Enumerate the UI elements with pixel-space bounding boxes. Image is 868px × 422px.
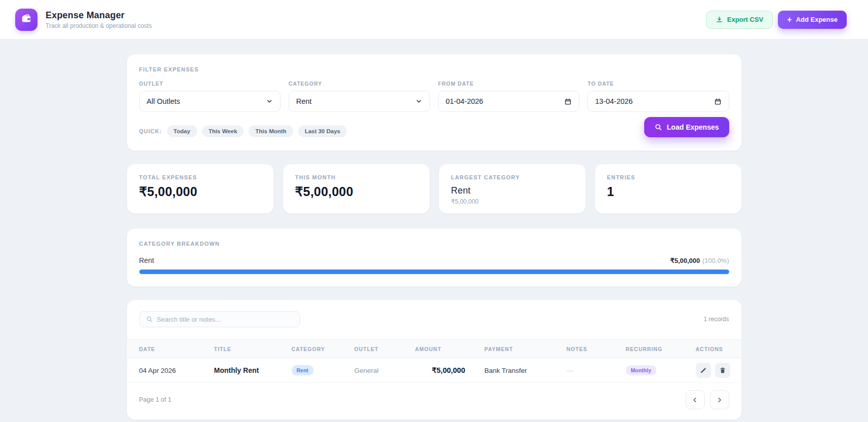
category-value: Rent: [296, 97, 312, 105]
previous-page-button[interactable]: [686, 390, 705, 409]
quick-chip-this-month[interactable]: This Month: [249, 125, 293, 137]
table-footer: Page 1 of 1: [127, 383, 741, 419]
expenses-table: Date Title Category Outlet Amount Paymen…: [127, 339, 741, 383]
cell-amount: ₹5,00,000: [415, 366, 485, 374]
chevron-down-icon: [266, 98, 273, 105]
quick-chip-today[interactable]: Today: [167, 125, 197, 137]
breakdown-row: Rent ₹5,00,000 (100.0%): [139, 256, 729, 265]
outlet-select[interactable]: All Outlets: [139, 91, 281, 112]
to-date-field: To Date 13-04-2026: [587, 81, 729, 112]
search-input[interactable]: [157, 316, 294, 323]
stat-label: Total Expenses: [139, 174, 261, 180]
category-label: Category: [289, 81, 430, 87]
breakdown-amount: ₹5,00,000: [670, 257, 700, 264]
page-title: Expense Manager: [46, 10, 152, 21]
outlet-value: All Outlets: [147, 97, 180, 105]
delete-button[interactable]: [715, 363, 730, 378]
pencil-icon: [700, 367, 707, 374]
stat-value: ₹5,00,000: [295, 184, 417, 199]
breakdown-percent: (100.0%): [702, 257, 729, 264]
cell-date: 04 Apr 2026: [139, 367, 214, 374]
next-page-button[interactable]: [710, 390, 729, 409]
stat-label: Largest Category: [451, 174, 573, 180]
stat-sub-value: ₹5,00,000: [451, 198, 573, 205]
stat-this-month: This Month ₹5,00,000: [283, 164, 430, 214]
quick-chip-this-week[interactable]: This Week: [202, 125, 244, 137]
to-date-value: 13-04-2026: [595, 97, 633, 105]
header-actions: Export CSV + Add Expense: [706, 11, 847, 29]
brand: Expense Manager Track all production & o…: [15, 9, 152, 31]
app-header: Expense Manager Track all production & o…: [0, 0, 868, 40]
pager: [686, 390, 729, 409]
category-select[interactable]: Rent: [289, 91, 430, 112]
search-box: [139, 311, 300, 327]
export-csv-button[interactable]: Export CSV: [706, 11, 773, 29]
stat-label: Entries: [607, 174, 729, 180]
filter-section-label: Filter Expenses: [139, 66, 729, 72]
main-content: Filter Expenses Outlet All Outlets Categ…: [127, 54, 742, 420]
filter-fields: Outlet All Outlets Category Rent: [139, 81, 729, 112]
recurring-badge: Monthly: [626, 365, 656, 375]
plus-icon: +: [787, 16, 792, 24]
calendar-icon: [564, 98, 572, 105]
load-expenses-label: Load Expenses: [667, 123, 719, 131]
app-logo: [15, 9, 37, 31]
breakdown-bar-fill: [139, 270, 729, 274]
column-notes: Notes: [567, 346, 626, 352]
category-breakdown-panel: Category Breakdown Rent ₹5,00,000 (100.0…: [127, 228, 742, 287]
column-payment: Payment: [485, 346, 567, 352]
cell-category: Rent: [292, 365, 354, 375]
stat-value: Rent: [451, 185, 573, 196]
load-expenses-button[interactable]: Load Expenses: [644, 117, 729, 137]
breakdown-section-label: Category Breakdown: [139, 241, 729, 247]
stat-total-expenses: Total Expenses ₹5,00,000: [127, 164, 274, 214]
chevron-left-icon: [691, 396, 699, 404]
category-badge: Rent: [292, 365, 313, 375]
column-date: Date: [139, 346, 214, 352]
cell-payment: Bank Transfer: [485, 367, 567, 374]
records-count: 1 records: [703, 316, 729, 323]
download-icon: [716, 16, 723, 23]
stat-value: 1: [607, 184, 729, 199]
table-header-row: Date Title Category Outlet Amount Paymen…: [127, 339, 741, 358]
quick-chip-last-30-days[interactable]: Last 30 Days: [298, 125, 347, 137]
search-icon: [146, 316, 153, 323]
from-date-input[interactable]: 01-04-2026: [438, 91, 579, 112]
stats-row: Total Expenses ₹5,00,000 This Month ₹5,0…: [127, 164, 742, 214]
add-expense-button[interactable]: + Add Expense: [778, 11, 847, 29]
edit-button[interactable]: [696, 363, 711, 378]
chevron-down-icon: [415, 98, 422, 105]
category-field: Category Rent: [289, 81, 430, 112]
stat-label: This Month: [295, 174, 417, 180]
to-date-label: To Date: [587, 81, 729, 87]
calendar-icon: [714, 98, 722, 105]
breakdown-bar-track: [139, 270, 729, 274]
column-outlet: Outlet: [354, 346, 415, 352]
filter-panel: Filter Expenses Outlet All Outlets Categ…: [127, 54, 742, 151]
stat-largest-category: Largest Category Rent ₹5,00,000: [439, 164, 586, 214]
table-toolbar: 1 records: [127, 311, 741, 327]
column-category: Category: [292, 346, 354, 352]
outlet-label: Outlet: [139, 81, 281, 87]
breakdown-category: Rent: [139, 256, 154, 264]
column-recurring: Recurring: [626, 346, 696, 352]
column-title: Title: [214, 346, 292, 352]
from-date-label: From Date: [438, 81, 579, 87]
breakdown-amount-wrap: ₹5,00,000 (100.0%): [670, 256, 729, 265]
trash-icon: [719, 367, 726, 374]
cell-outlet: General: [354, 367, 415, 374]
cell-notes: —: [567, 366, 626, 374]
add-expense-label: Add Expense: [796, 16, 838, 23]
column-amount: Amount: [415, 346, 485, 352]
cell-actions: [696, 363, 730, 378]
export-csv-label: Export CSV: [727, 16, 764, 23]
table-row: 04 Apr 2026 Monthly Rent Rent General ₹5…: [127, 358, 741, 383]
expenses-table-panel: 1 records Date Title Category Outlet Amo…: [127, 299, 742, 420]
page-subtitle: Track all production & operational costs: [46, 22, 152, 29]
outlet-field: Outlet All Outlets: [139, 81, 281, 112]
column-actions: Actions: [696, 346, 729, 352]
quick-filters: QUICK: Today This Week This Month Last 3…: [139, 125, 729, 137]
page-info: Page 1 of 1: [139, 396, 172, 403]
brand-text: Expense Manager Track all production & o…: [46, 10, 152, 29]
to-date-input[interactable]: 13-04-2026: [587, 91, 729, 112]
